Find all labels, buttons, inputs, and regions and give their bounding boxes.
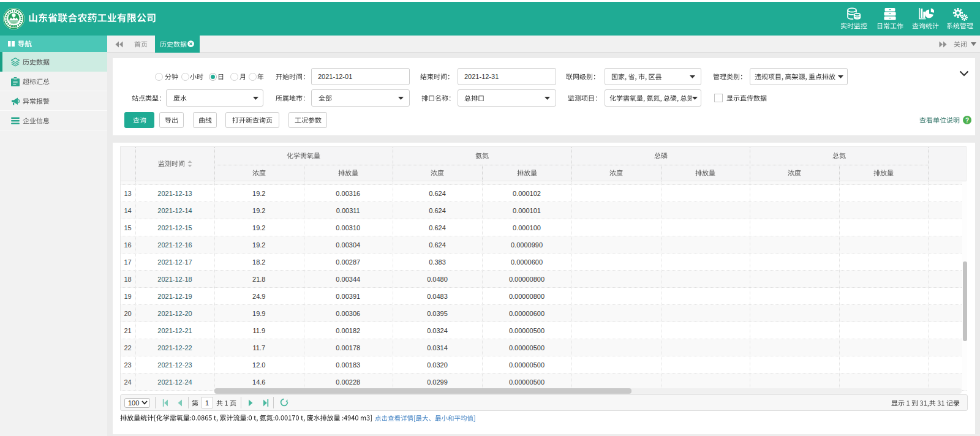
svg-text:?: ?	[965, 117, 969, 124]
svg-text:MCE: MCE	[10, 25, 17, 28]
